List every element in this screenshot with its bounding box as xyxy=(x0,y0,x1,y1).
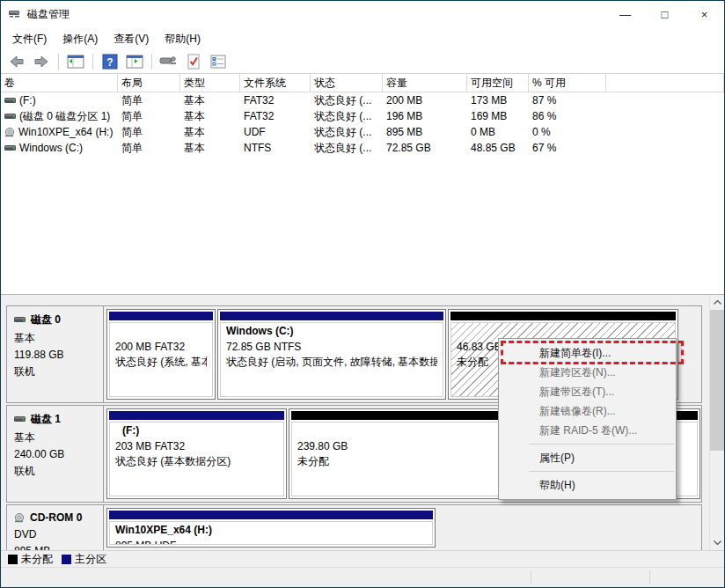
console-tree-icon[interactable] xyxy=(65,52,86,71)
partition-status: 状态良好 (系统, 基本 xyxy=(115,355,207,370)
toolbar-separator xyxy=(58,54,59,70)
partition-status: 状态良好 (启动, 页面文件, 故障转储, 基本数据分 xyxy=(226,355,437,370)
volume-type: 基本 xyxy=(180,109,240,124)
help-icon[interactable]: ? xyxy=(99,52,121,71)
unallocated-swatch xyxy=(8,555,18,564)
drive-icon xyxy=(14,316,26,324)
disk-type: DVD xyxy=(14,526,98,543)
partition-disk1-f[interactable]: (F:) 203 MB FAT32 状态良好 (基本数据分区) xyxy=(106,408,287,499)
disk-type: 基本 xyxy=(14,330,98,347)
table-row[interactable]: Win10XPE_x64 (H:) 简单 基本 UDF 状态良好 (... 89… xyxy=(1,124,724,140)
column-header-filesystem[interactable]: 文件系统 xyxy=(240,74,311,92)
disk-size: 119.88 GB xyxy=(14,347,98,364)
disk-row-cdrom0: CD-ROM 0 DVD 895 MB Win10XPE_x64 (H:) 89… xyxy=(6,504,702,550)
volume-table-body: (F:) 简单 基本 FAT32 状态良好 (... 200 MB 173 MB… xyxy=(1,92,724,156)
disk0-label[interactable]: 磁盘 0 基本 119.88 GB 联机 xyxy=(7,306,104,402)
volume-layout: 简单 xyxy=(118,141,180,156)
column-header-capacity[interactable]: 容量 xyxy=(383,74,467,92)
volume-type: 基本 xyxy=(180,125,240,140)
legend-primary: 主分区 xyxy=(62,552,106,567)
drive-icon xyxy=(4,113,17,121)
volume-type: 基本 xyxy=(180,93,240,108)
volume-name: Windows (C:) xyxy=(19,142,83,154)
action-pane-icon[interactable] xyxy=(124,52,145,71)
volume-type: 基本 xyxy=(180,141,240,156)
disk-type: 基本 xyxy=(14,430,98,446)
column-header-filler xyxy=(606,74,724,92)
volume-status: 状态良好 (... xyxy=(311,125,383,140)
maximize-button[interactable]: □ xyxy=(645,1,685,27)
volume-pct-free: 86 % xyxy=(529,110,606,122)
partition-color-bar xyxy=(109,312,213,320)
legend-unallocated: 未分配 xyxy=(8,552,53,567)
volume-layout: 简单 xyxy=(118,93,180,108)
device-icon[interactable] xyxy=(158,52,179,71)
partition-size: 895 MB UDF xyxy=(115,539,427,545)
back-icon[interactable] xyxy=(6,52,27,71)
close-button[interactable]: × xyxy=(685,1,724,27)
chevron-down-icon[interactable] xyxy=(710,535,724,550)
disk-status: 联机 xyxy=(14,463,98,480)
volume-pct-free: 0 % xyxy=(529,126,606,138)
disk-size: 240.00 GB xyxy=(14,446,98,463)
column-header-type[interactable]: 类型 xyxy=(180,74,240,92)
cdrom0-label[interactable]: CD-ROM 0 DVD 895 MB xyxy=(7,505,104,550)
scrollbar-track[interactable] xyxy=(710,310,724,535)
menu-action[interactable]: 操作(A) xyxy=(55,28,106,50)
disc-icon xyxy=(4,128,16,137)
context-menu: 新建简单卷(I)... 新建跨区卷(N)... 新建带区卷(T)... 新建镜像… xyxy=(498,338,677,500)
volume-free: 48.85 GB xyxy=(467,142,529,154)
table-row[interactable]: (F:) 简单 基本 FAT32 状态良好 (... 200 MB 173 MB… xyxy=(1,92,724,108)
volume-status: 状态良好 (... xyxy=(311,109,383,124)
legend-primary-label: 主分区 xyxy=(75,552,106,567)
drive-icon xyxy=(14,415,26,423)
vertical-scrollbar[interactable] xyxy=(709,295,724,550)
column-header-pct-free[interactable]: % 可用 xyxy=(529,74,606,92)
volume-capacity: 200 MB xyxy=(383,94,467,107)
window-title: 磁盘管理 xyxy=(27,7,605,22)
volume-filesystem: FAT32 xyxy=(240,110,311,122)
toolbar-separator xyxy=(92,54,93,70)
disk-name: 磁盘 1 xyxy=(31,412,61,427)
menu-item-new-mirrored-volume: 新建镜像卷(R)... xyxy=(499,401,676,421)
chevron-up-icon[interactable] xyxy=(710,295,724,310)
partition-color-bar xyxy=(220,312,443,320)
partition-title: (F:) xyxy=(115,424,278,439)
volume-name: (F:) xyxy=(19,94,36,107)
menu-view[interactable]: 查看(V) xyxy=(106,28,157,50)
volume-free: 173 MB xyxy=(467,94,529,107)
statusbar-divider xyxy=(649,570,650,584)
menu-item-new-simple-volume[interactable]: 新建简单卷(I)... xyxy=(499,343,676,363)
task-list-icon[interactable] xyxy=(208,52,229,71)
column-header-free[interactable]: 可用空间 xyxy=(467,74,529,92)
menu-item-new-spanned-volume: 新建跨区卷(N)... xyxy=(499,363,676,382)
partition-cdrom0-h[interactable]: Win10XPE_x64 (H:) 895 MB UDF xyxy=(106,508,436,548)
disk-name: 磁盘 0 xyxy=(31,312,61,327)
minimize-button[interactable]: — xyxy=(605,1,645,27)
partition-title: Windows (C:) xyxy=(226,325,437,340)
volume-filesystem: NTFS xyxy=(240,142,311,154)
partition-title: Win10XPE_x64 (H:) xyxy=(115,524,427,539)
column-header-volume[interactable]: 卷 xyxy=(1,74,118,92)
menu-help[interactable]: 帮助(H) xyxy=(157,28,209,50)
column-header-layout[interactable]: 布局 xyxy=(118,74,180,92)
volume-table-header: 卷 布局 类型 文件系统 状态 容量 可用空间 % 可用 xyxy=(1,74,724,92)
disk1-label[interactable]: 磁盘 1 基本 240.00 GB 联机 xyxy=(7,406,104,502)
volume-status: 状态良好 (... xyxy=(311,93,383,108)
scrollbar-thumb[interactable] xyxy=(710,310,724,451)
partition-disk0-windows-c[interactable]: Windows (C:) 72.85 GB NTFS 状态良好 (启动, 页面文… xyxy=(217,309,446,400)
table-row[interactable]: Windows (C:) 简单 基本 NTFS 状态良好 (... 72.85 … xyxy=(1,140,724,156)
volume-free: 169 MB xyxy=(467,110,529,122)
volume-layout: 简单 xyxy=(118,109,180,124)
forward-icon[interactable] xyxy=(31,52,52,71)
column-header-status[interactable]: 状态 xyxy=(311,74,383,92)
menu-bar: 文件(F) 操作(A) 查看(V) 帮助(H) xyxy=(1,27,724,50)
menu-item-help[interactable]: 帮助(H) xyxy=(499,475,676,495)
partition-size: 200 MB FAT32 xyxy=(115,340,207,355)
partition-color-bar xyxy=(450,312,676,320)
report-check-icon[interactable] xyxy=(183,52,204,71)
menu-item-properties[interactable]: 属性(P) xyxy=(499,448,676,467)
partition-disk0-system[interactable]: 200 MB FAT32 状态良好 (系统, 基本 xyxy=(106,309,216,400)
table-row[interactable]: (磁盘 0 磁盘分区 1) 简单 基本 FAT32 状态良好 (... 196 … xyxy=(1,108,724,124)
menu-file[interactable]: 文件(F) xyxy=(4,28,55,50)
